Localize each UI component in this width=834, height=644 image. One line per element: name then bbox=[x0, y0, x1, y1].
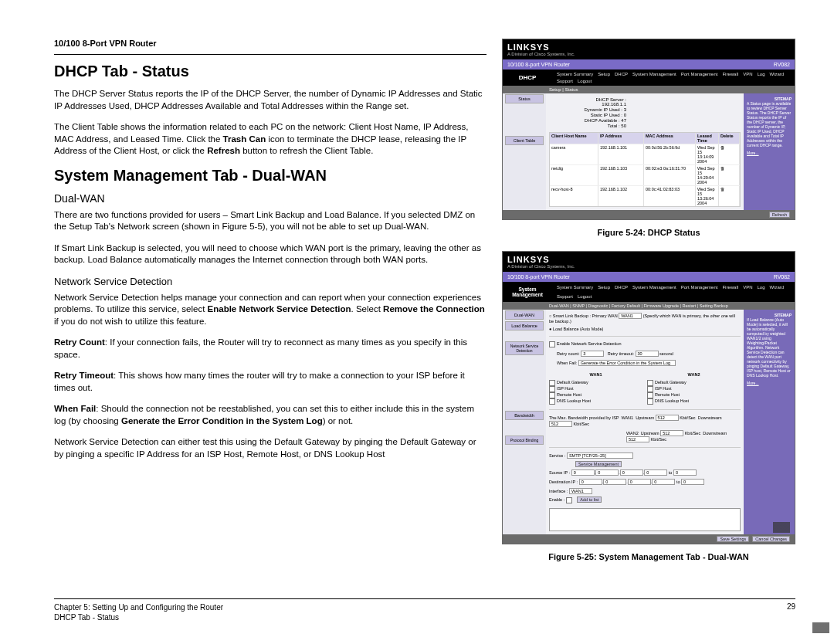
figure-5-24-screenshot: LINKSYS A Division of Cisco Systems, Inc… bbox=[502, 39, 795, 220]
divider bbox=[54, 54, 486, 55]
client-table: Client Host NameIP AddressMAC AddressLea… bbox=[549, 132, 741, 207]
cisco-logo-icon bbox=[773, 522, 790, 533]
brand-logo: LINKSYS bbox=[507, 42, 575, 52]
para-nsd-2: Network Service Detection can either tes… bbox=[54, 436, 486, 460]
para-when-fail: When Fail: Should the connection not be … bbox=[54, 403, 486, 427]
para-retry-timeout: Retry Timeout: This shows how many times… bbox=[54, 370, 486, 394]
page-number: 29 bbox=[787, 602, 795, 622]
cisco-logo-icon bbox=[812, 622, 829, 633]
para-dualwan-1: There are two functions provided for use… bbox=[54, 209, 486, 233]
para-dhcp-1: The DHCP Server Status reports the IP of… bbox=[54, 88, 486, 112]
save-settings-button[interactable]: Save Settings bbox=[717, 536, 749, 542]
main-tab-dhcp[interactable]: DHCP bbox=[503, 69, 552, 86]
refresh-button[interactable]: Refresh bbox=[769, 212, 790, 218]
figure-5-24-caption: Figure 5-24: DHCP Status bbox=[502, 228, 795, 237]
para-retry-count: Retry Count: If your connection fails, t… bbox=[54, 337, 486, 361]
doc-header: 10/100 8-Port VPN Router bbox=[54, 39, 486, 48]
figure-5-25-screenshot: LINKSYS A Division of Cisco Systems, Inc… bbox=[502, 251, 795, 544]
cancel-changes-button[interactable]: Cancel Changes bbox=[752, 536, 790, 542]
heading-sysman-dualwan: System Management Tab - Dual-WAN bbox=[54, 167, 486, 185]
para-dhcp-2: The Client Table shows the information r… bbox=[54, 121, 486, 158]
para-nsd-1: Network Service Detection helps manage y… bbox=[54, 292, 486, 328]
subheading-nsd: Network Service Detection bbox=[54, 276, 486, 287]
subheading-dualwan: Dual-WAN bbox=[54, 192, 486, 205]
main-tab-sysman[interactable]: System Management bbox=[503, 282, 552, 302]
figure-5-25-caption: Figure 5-25: System Management Tab - Dua… bbox=[502, 552, 795, 561]
para-dualwan-2: If Smart Link Backup is selected, you wi… bbox=[54, 242, 486, 266]
page-footer: Chapter 5: Setting Up and Configuring th… bbox=[54, 598, 795, 622]
heading-dhcp-status: DHCP Tab - Status bbox=[54, 63, 486, 80]
